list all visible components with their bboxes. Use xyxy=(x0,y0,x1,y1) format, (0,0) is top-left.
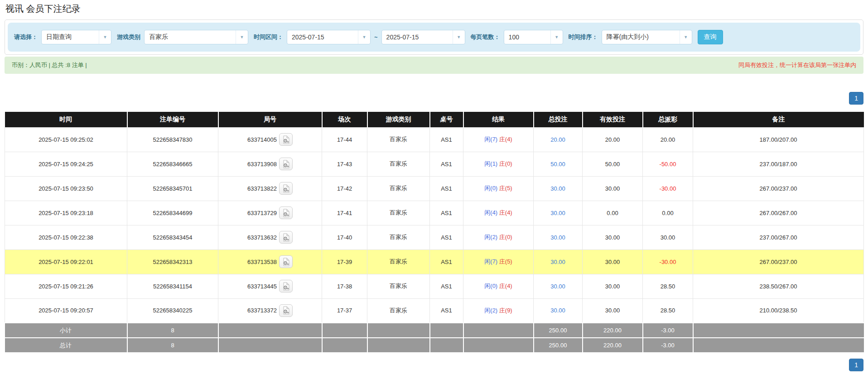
cell-result: 闲(2) 庄(9) xyxy=(463,298,534,323)
cell-note: 237.00/267.00 xyxy=(693,225,864,249)
chevron-down-icon: ▼ xyxy=(236,30,248,44)
cell-table-no: AS1 xyxy=(430,176,463,201)
pagination-top: 1 xyxy=(5,92,863,105)
video-file-icon xyxy=(282,306,290,315)
cell-table-no: AS1 xyxy=(430,152,463,176)
game-type-label: 游戏类别 xyxy=(117,33,140,41)
summary-count: 8 xyxy=(127,323,218,338)
result-banker: 庄(0) xyxy=(499,160,512,167)
table-row: 2025-07-15 09:22:38 522658343454 6337136… xyxy=(5,225,864,249)
query-button[interactable]: 查询 xyxy=(698,30,723,44)
result-player: 闲(4) xyxy=(484,209,497,216)
game-type-dropdown[interactable]: 百家乐 ▼ xyxy=(144,30,248,44)
summary-empty xyxy=(218,323,322,338)
date-to-dropdown[interactable]: 2025-07-15 ▼ xyxy=(381,30,465,44)
cell-bet-id: 522658346665 xyxy=(127,152,218,176)
cell-total-bet: 30.00 xyxy=(534,176,583,201)
page-button[interactable]: 1 xyxy=(849,359,863,371)
summary-empty xyxy=(218,338,322,353)
round-id-text: 633714005 xyxy=(247,136,277,143)
filter-bar: 请选择： 日期查询 ▼ 游戏类别 百家乐 ▼ 时间区间： 2025-07-15 … xyxy=(8,23,860,52)
table-row: 2025-07-15 09:21:26 522658341154 6337134… xyxy=(5,274,864,298)
video-replay-button[interactable] xyxy=(279,304,293,317)
chevron-down-icon: ▼ xyxy=(550,30,563,44)
cell-session: 17-40 xyxy=(322,225,367,249)
result-player: 闲(0) xyxy=(484,185,497,192)
col-header-table-no: 桌号 xyxy=(430,112,463,127)
video-replay-button[interactable] xyxy=(279,206,293,219)
cell-time: 2025-07-15 09:23:50 xyxy=(5,176,127,201)
summary-total-bet: 250.00 xyxy=(534,323,583,338)
video-replay-button[interactable] xyxy=(279,231,293,244)
total-bet-link[interactable]: 30.00 xyxy=(550,283,565,290)
video-file-icon xyxy=(282,258,290,266)
cell-bet-id: 522658341154 xyxy=(127,274,218,298)
cell-table-no: AS1 xyxy=(430,201,463,225)
cell-time: 2025-07-15 09:21:26 xyxy=(5,274,127,298)
page-button[interactable]: 1 xyxy=(849,92,863,105)
game-type-value: 百家乐 xyxy=(149,33,168,41)
video-file-icon xyxy=(282,209,290,217)
table-header-row: 时间 注单编号 局号 场次 游戏类别 桌号 结果 总投注 有效投注 总派彩 备注 xyxy=(5,112,864,127)
page-title: 视讯 会员下注纪录 xyxy=(5,0,863,19)
table-row: 2025-07-15 09:25:02 522658347830 6337140… xyxy=(5,127,864,152)
cell-game-type: 百家乐 xyxy=(367,225,430,249)
cell-note: 267.00/267.00 xyxy=(693,201,864,225)
cell-game-type: 百家乐 xyxy=(367,249,430,274)
result-player: 闲(2) xyxy=(484,234,497,240)
page-size-dropdown[interactable]: 100 ▼ xyxy=(504,30,563,44)
table-row: 2025-07-15 09:23:18 522658344699 6337137… xyxy=(5,201,864,225)
cell-total-payout: -50.00 xyxy=(643,152,693,176)
summary-valid-bet: 220.00 xyxy=(583,323,643,338)
date-from-dropdown[interactable]: 2025-07-15 ▼ xyxy=(287,30,371,44)
cell-result: 闲(0) 庄(4) xyxy=(463,274,534,298)
summary-empty xyxy=(693,338,864,353)
cell-session: 17-42 xyxy=(322,176,367,201)
total-bet-link[interactable]: 20.00 xyxy=(550,136,565,143)
cell-total-bet: 50.00 xyxy=(534,152,583,176)
select-type-value: 日期查询 xyxy=(46,33,72,41)
total-bet-link[interactable]: 50.00 xyxy=(550,161,565,168)
video-replay-button[interactable] xyxy=(279,255,293,268)
round-id-text: 633713908 xyxy=(247,161,277,168)
summary-empty xyxy=(693,323,864,338)
video-replay-button[interactable] xyxy=(279,280,293,292)
chevron-down-icon: ▼ xyxy=(680,30,692,44)
total-bet-link[interactable]: 30.00 xyxy=(550,210,565,216)
cell-valid-bet: 20.00 xyxy=(583,127,643,152)
total-bet-link[interactable]: 30.00 xyxy=(550,185,565,192)
total-bet-link[interactable]: 30.00 xyxy=(550,259,565,265)
cell-bet-id: 522658340225 xyxy=(127,298,218,323)
cell-valid-bet: 30.00 xyxy=(583,225,643,249)
video-replay-button[interactable] xyxy=(279,133,293,146)
cell-total-bet: 30.00 xyxy=(534,249,583,274)
video-replay-button[interactable] xyxy=(279,158,293,170)
summary-empty xyxy=(367,338,430,353)
cell-total-payout: 30.00 xyxy=(643,225,693,249)
cell-time: 2025-07-15 09:25:02 xyxy=(5,127,127,152)
round-id-text: 633713822 xyxy=(247,185,277,192)
video-replay-button[interactable] xyxy=(279,182,293,195)
cell-valid-bet: 30.00 xyxy=(583,249,643,274)
result-banker: 庄(4) xyxy=(499,283,512,289)
total-bet-link[interactable]: 30.00 xyxy=(550,307,565,314)
cell-session: 17-37 xyxy=(322,298,367,323)
total-bet-link[interactable]: 30.00 xyxy=(550,234,565,241)
col-header-total-payout: 总派彩 xyxy=(643,112,693,127)
summary-total-payout: -3.00 xyxy=(643,338,693,353)
chevron-down-icon: ▼ xyxy=(453,30,465,44)
grand-total-row: 总计 8 250.00 220.00 -3.00 xyxy=(5,338,864,353)
result-player: 闲(0) xyxy=(484,283,497,289)
bet-records-table: 时间 注单编号 局号 场次 游戏类别 桌号 结果 总投注 有效投注 总派彩 备注… xyxy=(5,112,864,353)
cell-note: 267.00/237.00 xyxy=(693,249,864,274)
cell-total-bet: 30.00 xyxy=(534,274,583,298)
cell-game-type: 百家乐 xyxy=(367,127,430,152)
col-header-result: 结果 xyxy=(463,112,534,127)
cell-note: 187.00/207.00 xyxy=(693,127,864,152)
summary-count: 8 xyxy=(127,338,218,353)
cell-round-id: 633713632 xyxy=(218,225,322,249)
time-sort-dropdown[interactable]: 降幂(由大到小) ▼ xyxy=(602,30,692,44)
range-separator: ~ xyxy=(374,34,378,41)
select-type-dropdown[interactable]: 日期查询 ▼ xyxy=(41,30,111,44)
cell-round-id: 633713538 xyxy=(218,249,322,274)
